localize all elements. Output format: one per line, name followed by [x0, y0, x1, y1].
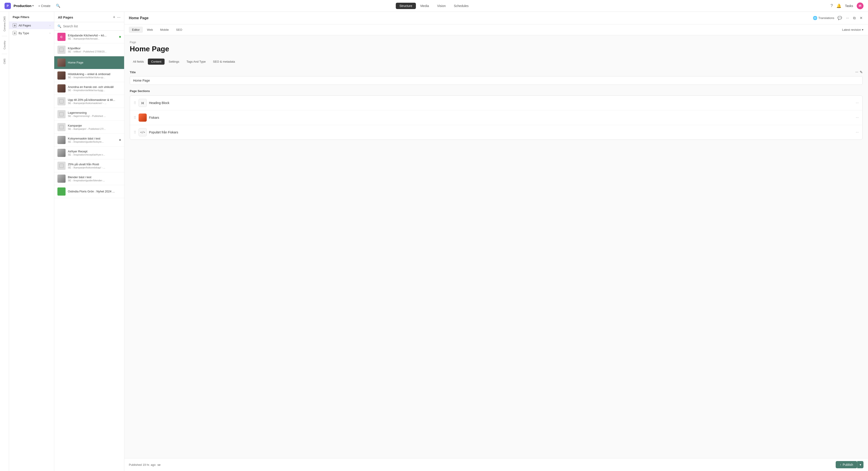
sidebar-item-cervera-cms[interactable]: Cervera CMS — [1, 13, 8, 34]
publish-more-button[interactable]: ▾ — [857, 461, 864, 468]
more-options-icon[interactable]: ··· — [845, 15, 850, 21]
publish-icon: ↑ — [840, 463, 841, 467]
drag-handle-icon[interactable]: ⠿ — [133, 101, 136, 105]
title-more-icon[interactable]: ··· — [855, 70, 858, 75]
drag-handle-icon[interactable]: ⠿ — [133, 116, 136, 120]
page-thumb — [57, 97, 66, 106]
tab-structure[interactable]: Structure — [396, 3, 416, 9]
page-name: Airfryer Recept — [68, 150, 121, 153]
pages-panel: All Pages + ··· 🔍 C Erbjudande KitchenAi… — [54, 12, 124, 471]
split-view-icon[interactable]: ⧉ — [852, 15, 857, 21]
translations-button[interactable]: 🌐 Translations — [813, 16, 834, 20]
help-icon[interactable]: ? — [831, 3, 833, 8]
environment-chevron-icon: ▾ — [32, 4, 34, 7]
page-name: Ostindia Floris Grön : Nyhet 2024 ... — [68, 190, 121, 193]
tab-seo[interactable]: SEO — [173, 27, 185, 33]
environment-selector[interactable]: Production ▾ — [13, 4, 34, 8]
page-url: SE - /kampanjer/koksredskap/ - ... — [68, 166, 121, 169]
page-info: Köpvillkor SE - /villkor/ - Published 27… — [68, 47, 121, 53]
page-thumb — [57, 71, 66, 80]
page-url: SE - /lagerrensning/ - Published ... — [68, 115, 121, 117]
page-thumb-icon — [59, 164, 64, 168]
list-item[interactable]: C Erbjudande KitchenAid – kö... SE - /ka… — [54, 31, 124, 43]
tasks-button[interactable]: Tasks — [845, 4, 853, 8]
section-more-icon[interactable]: ··· — [856, 116, 859, 120]
create-button[interactable]: + Create — [36, 3, 52, 8]
page-display-title: Home Page — [130, 45, 863, 53]
drag-handle-icon[interactable]: ⠿ — [133, 130, 136, 135]
content-tab-tags-type[interactable]: Tags And Type — [183, 59, 209, 65]
content-tab-settings[interactable]: Settings — [165, 59, 182, 65]
add-page-icon[interactable]: + — [113, 15, 115, 20]
page-url: SE - /villkor/ - Published 27/08/20... — [68, 50, 121, 53]
title-input[interactable]: Home Page — [130, 76, 863, 85]
list-item[interactable]: Kampanjer SE - /kampanjer/ - Published 2… — [54, 121, 124, 134]
page-url: SE - /kampanjer/kitchenaid... — [68, 37, 117, 40]
page-type-label: Page — [130, 41, 863, 44]
sidebar-item-cms[interactable]: CMS — [1, 56, 8, 67]
page-info: Höstdukning – enkel & ombonad SE - /insp… — [68, 72, 121, 79]
section-name: Populärt från Fiskars — [149, 130, 854, 134]
list-item[interactable]: Airfryer Recept SE - /inspiration/recept… — [54, 147, 124, 159]
list-item[interactable]: Anordna en fransk ost- och vinkväll SE -… — [54, 82, 124, 95]
list-item[interactable]: Blender bäst i test SE - /inspiration/gu… — [54, 172, 124, 185]
page-url: SE - /kampanjer/ - Published 27/... — [68, 127, 121, 130]
list-item[interactable]: 25% på utvalt från Rosti SE - /kampanjer… — [54, 159, 124, 172]
publish-button[interactable]: ↑ Publish — [836, 461, 857, 468]
page-url: SE - /kampanjer/koksmaskiner/ - ... — [68, 102, 121, 105]
notifications-icon[interactable]: 🔔 — [836, 3, 841, 8]
content-tab-seo-metadata[interactable]: SEO & metadata — [210, 59, 238, 65]
list-item[interactable]: Upp till 20% på köksmaskiner & till... S… — [54, 95, 124, 108]
tab-editor[interactable]: Editor — [129, 27, 143, 33]
content-tab-content[interactable]: Content — [148, 59, 164, 65]
page-info: Erbjudande KitchenAid – kö... SE - /kamp… — [68, 34, 117, 40]
comment-icon[interactable]: 💬 — [837, 15, 843, 21]
close-icon[interactable]: ✕ — [859, 15, 864, 21]
section-more-icon[interactable]: ··· — [856, 101, 859, 105]
create-label: + Create — [38, 4, 51, 8]
page-thumb — [57, 149, 66, 157]
tab-vision[interactable]: Vision — [434, 3, 450, 9]
pages-more-icon[interactable]: ··· — [117, 15, 121, 20]
user-avatar[interactable]: IR — [857, 2, 864, 9]
detail-header: Home Page 🌐 Translations 💬 ··· ⧉ ✕ — [124, 12, 868, 24]
section-item[interactable]: ⠿ H Heading Block ··· — [130, 96, 862, 110]
title-label-text: Title — [130, 70, 136, 74]
list-item[interactable]: Kolsyremaskin bäst i test SE - /inspirat… — [54, 134, 124, 147]
revision-selector[interactable]: Latest revision ▾ — [842, 28, 864, 31]
section-item[interactable]: ⠿ Fiskars ··· — [130, 110, 862, 125]
section-item[interactable]: ⠿ </> Populärt från Fiskars ··· — [130, 125, 862, 140]
search-icon[interactable]: 🔍 — [56, 4, 60, 8]
filter-by-type[interactable]: ⊞ By Type › — [9, 29, 54, 37]
title-edit-icon[interactable]: ✎ — [860, 70, 863, 75]
pages-header-actions: + ··· — [113, 15, 121, 20]
pages-panel-title: All Pages — [58, 16, 73, 19]
filter-all-pages[interactable]: ⊞ All Pages › — [9, 22, 54, 29]
search-input[interactable] — [63, 24, 121, 28]
section-more-icon[interactable]: ··· — [856, 130, 859, 134]
page-info: 25% på utvalt från Rosti SE - /kampanjer… — [68, 163, 121, 169]
page-thumb-icon — [59, 125, 64, 129]
list-item[interactable]: Köpvillkor SE - /villkor/ - Published 27… — [54, 43, 124, 56]
list-item[interactable]: Home Page — [54, 56, 124, 69]
detail-sub-header: Editor Web Mobile SEO Latest revision ▾ — [124, 24, 868, 35]
nav-right-actions: ? 🔔 Tasks IR — [831, 2, 864, 9]
page-name: Höstdukning – enkel & ombonad — [68, 72, 121, 76]
section-name: Heading Block — [149, 101, 854, 105]
tab-schedules[interactable]: Schedules — [450, 3, 472, 9]
list-item[interactable]: Höstdukning – enkel & ombonad SE - /insp… — [54, 69, 124, 82]
page-name: Anordna en fransk ost- och vinkväll — [68, 85, 121, 89]
tab-media[interactable]: Media — [417, 3, 433, 9]
page-thumb — [57, 84, 66, 92]
page-thumb — [57, 187, 66, 196]
content-tab-all-fields[interactable]: All fields — [130, 59, 147, 65]
sidebar-item-country[interactable]: Country — [1, 38, 8, 52]
filters-panel: Page Filters ⊞ All Pages › ⊞ By Type › — [9, 12, 54, 471]
list-item[interactable]: Ostindia Floris Grön : Nyhet 2024 ... — [54, 185, 124, 198]
page-url: SE - /inspiration/artiklar/duka-up... — [68, 76, 121, 79]
language-selector[interactable]: se — [158, 463, 161, 467]
tab-mobile[interactable]: Mobile — [157, 27, 172, 33]
page-thumb — [57, 175, 66, 183]
list-item[interactable]: Lagerrensning SE - /lagerrensning/ - Pub… — [54, 108, 124, 121]
tab-web[interactable]: Web — [144, 27, 156, 33]
